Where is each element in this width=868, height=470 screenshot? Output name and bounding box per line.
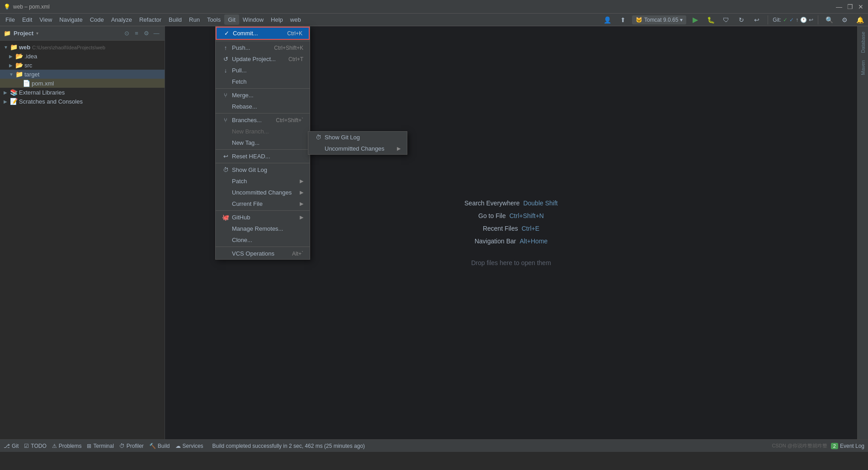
database-panel-label[interactable]: Database <box>860 28 866 57</box>
menu-view[interactable]: View <box>36 14 56 25</box>
tree-item-target[interactable]: ▼ 📁 target <box>0 70 165 79</box>
src-folder-icon: 📂 <box>15 62 23 69</box>
status-terminal[interactable]: ⊞ Terminal <box>87 443 113 449</box>
commit-shortcut: Ctrl+K <box>287 30 302 37</box>
git-menu-manage-remotes[interactable]: Manage Remotes... <box>216 223 310 234</box>
tree-item-external-libs[interactable]: ▶ 📚 External Libraries <box>0 88 165 97</box>
menu-file[interactable]: File <box>2 14 19 25</box>
scratches-label: Scratches and Consoles <box>19 98 83 105</box>
problems-icon: ⚠ <box>52 443 57 449</box>
sidebar-close-button[interactable]: — <box>152 29 161 38</box>
menu-run[interactable]: Run <box>185 14 203 25</box>
git-menu-clone[interactable]: Clone... <box>216 234 310 246</box>
menu-web[interactable]: web <box>287 14 305 25</box>
fetch-label: Fetch <box>232 78 247 85</box>
event-log-button[interactable]: 2 Event Log <box>831 443 864 449</box>
tree-arrow-web: ▼ <box>4 45 8 50</box>
run-button[interactable]: ▶ <box>689 14 702 26</box>
pull-label: Pull... <box>232 67 247 74</box>
git-menu-update-project[interactable]: ↺ Update Project... Ctrl+T <box>216 53 310 65</box>
menu-refactor[interactable]: Refactor <box>136 14 165 25</box>
merge-label: Merge... <box>232 92 254 99</box>
menu-code[interactable]: Code <box>86 14 108 25</box>
search-everywhere-button[interactable]: 🔍 <box>823 14 835 26</box>
git-menu-uncommitted-changes[interactable]: Uncommitted Changes ▶ <box>216 187 310 198</box>
menu-analyze[interactable]: Analyze <box>108 14 136 25</box>
git-menu-github[interactable]: 🐙 GitHub ▶ <box>216 212 310 223</box>
sidebar-collapse-button[interactable]: ≡ <box>132 29 141 38</box>
menu-edit[interactable]: Edit <box>19 14 36 25</box>
vcs-ops-shortcut: Alt+` <box>292 251 303 257</box>
patch-submenu: ⏱ Show Git Log Uncommitted Changes ▶ <box>308 131 407 155</box>
coverage-button[interactable]: 🛡 <box>720 14 732 26</box>
patch-submenu-uncommitted[interactable]: Uncommitted Changes ▶ <box>308 143 407 154</box>
sidebar-dropdown-icon[interactable]: ▾ <box>36 31 38 36</box>
git-menu-push[interactable]: ↑ Push... Ctrl+Shift+K <box>216 42 310 53</box>
title-text: web – pom.xml <box>13 4 50 10</box>
menu-help[interactable]: Help <box>267 14 287 25</box>
git-menu-commit[interactable]: ✓ Commit... Ctrl+K <box>216 27 310 40</box>
title-bar: 💡 web – pom.xml — ❐ ✕ <box>0 0 868 14</box>
sidebar-title: Project <box>14 30 33 37</box>
show-git-log-label: Show Git Log <box>232 166 267 173</box>
git-menu-rebase[interactable]: Rebase... <box>216 101 310 112</box>
profile-button[interactable]: 👤 <box>601 14 614 26</box>
patch-submenu-show-git-log[interactable]: ⏱ Show Git Log <box>308 132 407 143</box>
close-button[interactable]: ✕ <box>857 3 864 10</box>
undo-button[interactable]: ↩ <box>750 14 763 26</box>
git-menu-branches[interactable]: ⑂ Branches... Ctrl+Shift+` <box>216 114 310 126</box>
git-menu-patch[interactable]: Patch ▶ <box>216 176 310 187</box>
menu-git[interactable]: Git <box>224 14 239 25</box>
run-config-selector[interactable]: 🐱 Tomcat 9.0.65 ▾ <box>632 15 686 24</box>
toolbar-separator <box>768 15 768 24</box>
sidebar-locate-button[interactable]: ⊙ <box>122 29 131 38</box>
target-label: target <box>24 71 39 78</box>
git-status-icon: ⎇ <box>4 443 10 449</box>
git-menu-current-file[interactable]: Current File ▶ <box>216 198 310 209</box>
status-problems[interactable]: ⚠ Problems <box>52 443 82 449</box>
tree-item-src[interactable]: ▶ 📂 src <box>0 61 165 70</box>
status-git[interactable]: ⎇ Git <box>4 443 19 449</box>
menu-divider-2 <box>216 88 310 89</box>
maven-panel-label[interactable]: Maven <box>860 57 866 79</box>
build-icon: 🔨 <box>149 443 156 449</box>
reload-button[interactable]: ↻ <box>735 14 748 26</box>
status-services[interactable]: ☁ Services <box>175 443 203 449</box>
menu-navigate[interactable]: Navigate <box>56 14 86 25</box>
title-bar-controls: — ❐ ✕ <box>835 3 864 10</box>
git-menu-show-git-log[interactable]: ⏱ Show Git Log <box>216 164 310 176</box>
git-menu-merge[interactable]: ⑂ Merge... <box>216 90 310 101</box>
menu-window[interactable]: Window <box>239 14 267 25</box>
sidebar-options-button[interactable]: ⚙ <box>142 29 151 38</box>
github-submenu-arrow: ▶ <box>300 214 303 220</box>
git-menu-pull[interactable]: ↓ Pull... <box>216 65 310 76</box>
tree-item-scratches[interactable]: ▶ 📝 Scratches and Consoles <box>0 97 165 106</box>
maximize-button[interactable]: ❐ <box>846 3 854 10</box>
debug-button[interactable]: 🐛 <box>704 14 717 26</box>
notifications-button[interactable]: 🔔 <box>854 14 866 26</box>
status-todo[interactable]: ☑ TODO <box>24 443 46 449</box>
status-build[interactable]: 🔨 Build <box>149 443 170 449</box>
tree-item-web[interactable]: ▼ 📁 web C:\Users\zhaoll\IdeaProjects\web <box>0 43 165 52</box>
event-log-label: Event Log <box>840 443 864 449</box>
git-menu-vcs-operations[interactable]: VCS Operations Alt+` <box>216 248 310 259</box>
menu-tools[interactable]: Tools <box>203 14 224 25</box>
status-profiler[interactable]: ⏱ Profiler <box>119 443 144 449</box>
git-menu-reset-head[interactable]: ↩ Reset HEAD... <box>216 151 310 162</box>
minimize-button[interactable]: — <box>835 3 843 10</box>
tree-arrow-src: ▶ <box>9 63 14 68</box>
settings-button[interactable]: ⚙ <box>838 14 851 26</box>
tree-item-pom[interactable]: ▶ 📄 pom.xml <box>0 79 165 88</box>
menu-build[interactable]: Build <box>165 14 185 25</box>
branches-shortcut: Ctrl+Shift+` <box>276 117 303 123</box>
hint-search-everywhere: Search Everywhere Double Shift <box>464 199 557 207</box>
git-menu-new-tag[interactable]: New Tag... <box>216 137 310 148</box>
menu-divider-3 <box>216 113 310 114</box>
tree-item-idea[interactable]: ▶ 📂 .idea <box>0 52 165 61</box>
patch-label: Patch <box>232 178 247 185</box>
hint-search-key: Double Shift <box>523 199 557 207</box>
git-revert-icon: ↩ <box>809 17 813 23</box>
git-menu-fetch[interactable]: Fetch <box>216 76 310 87</box>
hint-goto-text: Go to File <box>478 212 506 219</box>
vcs-update-button[interactable]: ⬆ <box>617 14 629 26</box>
